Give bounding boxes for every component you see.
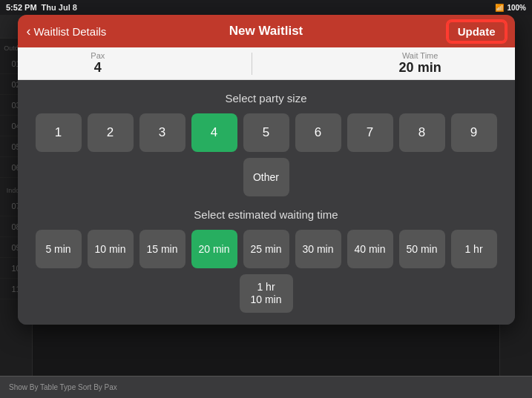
wait-time-label: Wait Time [402, 51, 439, 60]
party-size-btn-9[interactable]: 9 [451, 113, 497, 152]
party-size-btn-4-sel[interactable]: 4 [191, 113, 237, 152]
time-btn-20min[interactable]: 20 min [191, 230, 237, 268]
wait-time-section-title: Select estimated waiting time [27, 208, 506, 221]
bottom-bar: Show By Table Type Sort By Pax [0, 376, 532, 398]
back-button[interactable]: ‹ Waitlist Details [27, 24, 107, 38]
wait-time-value: 20 min [399, 60, 441, 76]
party-size-grid: 1 2 3 4 5 6 7 8 9 Other [27, 113, 506, 196]
status-bar: 5:52 PM Thu Jul 8 📶 100% [0, 0, 532, 15]
pax-label: Pax [91, 51, 105, 60]
time-btn-25min[interactable]: 25 min [243, 230, 289, 268]
status-time: 5:52 PM [6, 3, 37, 12]
modal-overlay: ‹ Waitlist Details New Waitlist Update P… [0, 15, 532, 376]
modal-content: Select party size 1 2 3 4 5 6 7 8 9 Othe… [18, 80, 515, 325]
modal: ‹ Waitlist Details New Waitlist Update P… [18, 15, 515, 325]
status-date: Thu Jul 8 [42, 3, 77, 12]
party-size-btn-7[interactable]: 7 [347, 113, 393, 152]
bottom-bar-text: Show By Table Type Sort By Pax [9, 383, 117, 391]
party-size-btn-5[interactable]: 5 [243, 113, 289, 152]
modal-info-row: Pax 4 Wait Time 20 min [18, 47, 515, 80]
back-chevron-icon: ‹ [27, 24, 31, 38]
party-size-btn-3[interactable]: 3 [139, 113, 185, 152]
wifi-icon: 📶 [495, 4, 504, 12]
party-size-btn-6[interactable]: 6 [295, 113, 341, 152]
modal-navbar: ‹ Waitlist Details New Waitlist Update [18, 15, 515, 47]
time-btn-1hr10min[interactable]: 1 hr10 min [240, 274, 293, 313]
time-btn-1hr[interactable]: 1 hr [451, 230, 497, 268]
time-btn-15min[interactable]: 15 min [139, 230, 185, 268]
modal-title: New Waitlist [229, 24, 303, 39]
party-size-btn-other[interactable]: Other [243, 158, 289, 196]
pax-cell: Pax 4 [91, 51, 105, 76]
party-size-title: Select party size [27, 92, 506, 105]
time-btn-50min[interactable]: 50 min [399, 230, 445, 268]
update-button[interactable]: Update [447, 21, 506, 42]
wait-time-cell: Wait Time 20 min [399, 51, 441, 76]
battery-text: 100% [507, 4, 526, 12]
time-btn-10min[interactable]: 10 min [88, 230, 134, 268]
wait-time-grid: 5 min 10 min 15 min 20 min 25 min 30 min… [27, 230, 506, 313]
back-button-label: Waitlist Details [34, 25, 107, 38]
party-size-btn-4[interactable]: 1 [36, 113, 82, 152]
party-size-btn-2[interactable]: 2 [88, 113, 134, 152]
party-size-btn-8[interactable]: 8 [399, 113, 445, 152]
pax-value: 4 [94, 60, 102, 76]
time-btn-40min[interactable]: 40 min [347, 230, 393, 268]
time-btn-5min[interactable]: 5 min [36, 230, 82, 268]
info-divider [252, 53, 252, 75]
time-btn-30min[interactable]: 30 min [295, 230, 341, 268]
